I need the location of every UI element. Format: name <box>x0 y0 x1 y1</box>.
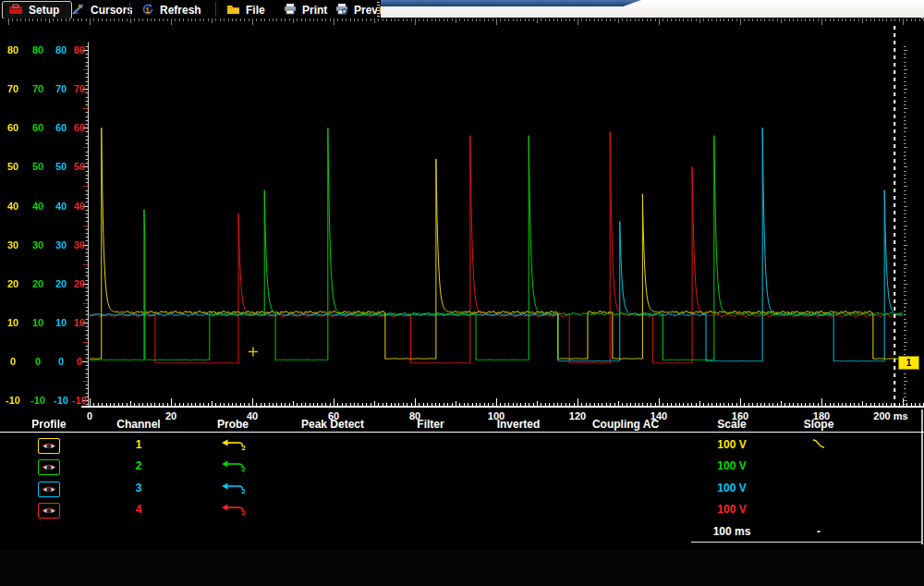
file-icon <box>226 4 240 18</box>
timebase-slope-value: - <box>817 525 821 538</box>
y-axis-label: 30 <box>55 239 67 250</box>
oscilloscope-app: Setup Cursors 1 Refresh File Print <box>0 0 924 586</box>
refresh-label: Refresh <box>160 4 201 17</box>
y-axis-label: 70 <box>7 83 18 94</box>
y-axis-label: 20 <box>7 278 18 289</box>
print-label: Print <box>302 4 327 17</box>
header-divider <box>0 432 924 433</box>
y-axis-label: 70 <box>74 83 85 94</box>
y-axis-label: 10 <box>32 317 43 328</box>
cursors-label: Cursors <box>91 4 133 17</box>
y-axis-label: -10 <box>54 395 68 406</box>
scale-value: 100 V <box>717 503 746 516</box>
y-axis-label: 70 <box>32 83 43 94</box>
y-axis-label: 10 <box>74 317 85 328</box>
column-header-inverted: Inverted <box>497 418 541 431</box>
eye-visible-icon[interactable] <box>38 459 60 475</box>
y-axis-label: 80 <box>7 44 18 55</box>
svg-text:1: 1 <box>145 6 150 15</box>
y-axis-label: 30 <box>32 239 43 250</box>
scale-value: 100 V <box>717 438 746 451</box>
channel-number: 2 <box>136 459 142 472</box>
preview-icon <box>335 3 348 18</box>
x-axis-label: 0 <box>87 410 92 421</box>
window-frame-strip <box>381 0 924 18</box>
y-axis-label: 40 <box>74 201 85 212</box>
column-header-channel: Channel <box>116 418 160 431</box>
y-axis-label: 30 <box>74 239 85 250</box>
column-header-slope: Slope <box>804 418 834 431</box>
toolbar-grip[interactable] <box>377 2 380 17</box>
y-axis-label: -10 <box>6 395 20 406</box>
column-header-probe: Probe <box>217 418 249 431</box>
y-axis-label: 0 <box>10 356 16 367</box>
probe-icon[interactable]: 2 <box>219 458 247 475</box>
y-axis-label: 80 <box>32 44 43 55</box>
y-axis-label: 0 <box>35 356 41 367</box>
cursors-icon <box>71 3 85 18</box>
y-axis-label: 10 <box>55 317 67 328</box>
y-axis-label: 60 <box>74 122 85 133</box>
column-header-coupling-ac: Coupling AC <box>592 418 659 431</box>
column-header-scale: Scale <box>717 418 746 431</box>
probe-icon[interactable]: 2 <box>219 437 247 454</box>
y-axis-label: 40 <box>32 201 43 212</box>
eye-visible-icon[interactable] <box>38 482 60 497</box>
y-axis-label: 80 <box>55 44 67 55</box>
y-axis-label: 40 <box>7 201 18 212</box>
svg-text:2: 2 <box>242 487 246 495</box>
scale-value: 100 V <box>717 482 746 494</box>
probe-icon[interactable]: 2 <box>219 502 247 519</box>
y-axis-label: -10 <box>30 395 45 406</box>
y-axis-label: 30 <box>7 239 18 250</box>
channel-number: 1 <box>136 438 142 451</box>
cursor-marker-badge[interactable]: 1 <box>898 356 919 370</box>
x-axis-label: 20 <box>165 410 176 421</box>
scale-value: 100 V <box>717 459 746 472</box>
file-label: File <box>246 4 265 17</box>
x-axis-label: 200 ms <box>873 410 907 421</box>
toolbar-separator <box>129 2 133 17</box>
y-axis-label: 50 <box>32 161 43 172</box>
y-axis-label: 80 <box>74 44 85 55</box>
setup-label: Setup <box>29 4 59 17</box>
column-header-peak-detect: Peak Detect <box>301 418 364 431</box>
waveform-canvas[interactable] <box>0 18 924 409</box>
y-axis-label: 10 <box>7 317 18 328</box>
panel-splitter[interactable] <box>691 542 921 543</box>
channel-number: 4 <box>136 503 142 516</box>
cursors-button[interactable]: Cursors <box>65 1 139 19</box>
y-axis-label: 50 <box>74 161 85 172</box>
timebase-value: 100 ms <box>713 525 751 538</box>
transport-bar: 00:16:303 x2 <box>0 550 924 586</box>
window-frame-accent <box>381 0 641 6</box>
refresh-button[interactable]: 1 Refresh <box>135 1 222 19</box>
y-axis-label: 50 <box>7 161 18 172</box>
y-axis-label: 60 <box>32 122 43 133</box>
svg-text:2: 2 <box>242 465 246 473</box>
probe-icon[interactable]: 2 <box>219 481 247 497</box>
channel-number: 3 <box>136 482 142 494</box>
y-axis-label: 0 <box>77 356 82 367</box>
setup-icon <box>8 4 23 18</box>
svg-text:2: 2 <box>242 444 246 452</box>
slope-falling-icon <box>811 438 826 452</box>
eye-visible-icon[interactable] <box>38 503 60 519</box>
y-axis-label: 20 <box>32 278 43 289</box>
y-axis-label: 0 <box>58 356 64 367</box>
y-axis-label: -10 <box>72 395 87 406</box>
toolbar-separator <box>215 2 219 17</box>
print-icon <box>284 3 297 18</box>
column-header-profile: Profile <box>31 418 66 431</box>
y-axis-label: 60 <box>7 122 18 133</box>
eye-visible-icon[interactable] <box>38 438 60 454</box>
y-axis-label: 40 <box>55 201 67 212</box>
x-axis-label: 120 <box>569 410 586 421</box>
setup-button[interactable]: Setup <box>2 1 72 19</box>
y-axis-label: 50 <box>55 161 67 172</box>
y-axis-label: 20 <box>74 278 85 289</box>
svg-text:2: 2 <box>242 508 246 517</box>
y-axis-label: 70 <box>55 83 67 94</box>
column-header-filter: Filter <box>417 418 444 431</box>
refresh-icon: 1 <box>141 3 154 18</box>
